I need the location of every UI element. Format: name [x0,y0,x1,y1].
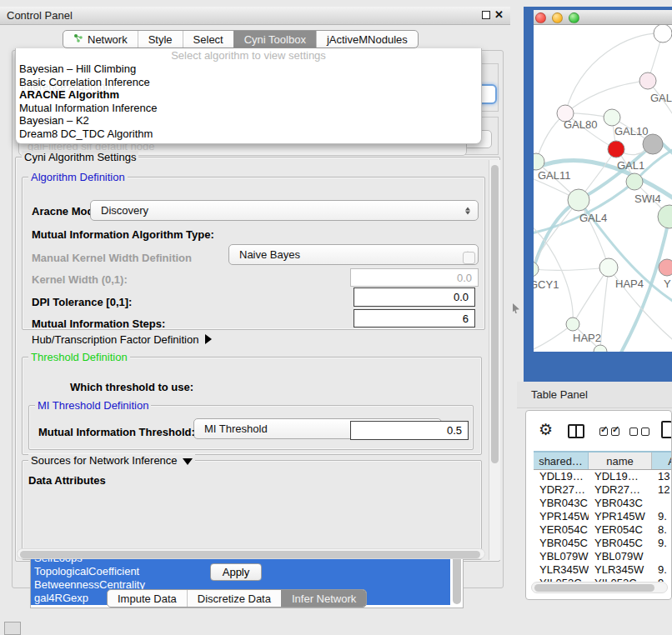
mi-threshold-group-title: MI Threshold Definition [35,399,151,412]
network-node[interactable] [659,259,672,276]
network-node[interactable] [658,205,672,228]
network-edge [565,81,648,113]
select-all-columns-button[interactable] [599,428,619,436]
network-edge [600,268,609,350]
table-row[interactable]: YER054CYER054C8. [534,523,672,537]
manual-kernel-checkbox[interactable] [463,252,475,264]
close-traffic-light[interactable] [535,12,546,23]
apply-button[interactable]: Apply [210,563,262,581]
minimize-traffic-light[interactable] [552,12,563,23]
bottom-tabbar: Impute Data Discretize Data Infer Networ… [107,589,367,608]
table-cell: YDR27… [534,483,589,497]
screen: Control Panel ✕ Network Style Select Cyn… [0,0,672,635]
dpi-tolerance-value: 0.0 [454,291,469,303]
column-header[interactable]: shared… [534,452,589,469]
network-node[interactable] [568,189,589,211]
network-node[interactable] [599,258,618,277]
network-node[interactable] [608,141,624,158]
mi-steps-label: Mutual Information Steps: [32,318,165,330]
dropdown-item[interactable]: Bayesian – K2 [16,114,481,128]
table-cell: YBR045C [534,537,589,550]
settings-vertical-scrollbar[interactable] [489,160,500,560]
table-cell: 9. [652,510,672,523]
network-node[interactable] [643,134,663,154]
data-attributes-label: Data Attributes [28,474,106,487]
network-node[interactable] [566,318,579,331]
table-cell: YDR27… [589,483,652,497]
mi-threshold-field[interactable]: 0.5 [350,421,469,440]
table-cell: 13 [652,470,672,483]
deselect-all-columns-button[interactable] [629,428,649,436]
network-node[interactable] [626,173,643,190]
mi-algorithm-type-select[interactable]: Naive Bayes [228,244,479,265]
ghost-inference-label: Inference Algorithm [21,80,114,92]
mi-steps-field[interactable]: 6 [354,309,475,328]
table-settings-button[interactable]: ⚙ [539,422,553,438]
column-layout-icon[interactable] [568,424,584,438]
network-node[interactable] [534,262,539,277]
tab-select[interactable]: Select [183,31,233,48]
maximize-traffic-light[interactable] [569,12,579,23]
dropdown-placeholder: Select algorithm to view settings [16,48,481,62]
aracne-mode-select[interactable]: Discovery [90,200,479,221]
table-cell: YDL19… [534,470,589,483]
table-cell: YLR345W [534,563,589,577]
mouse-cursor [513,303,519,313]
list-vertical-scrollbar[interactable] [453,554,461,604]
dropdown-item[interactable]: Bayesian – Hill Climbing [16,62,481,76]
tab-network[interactable]: Network [63,31,138,48]
tab-label: Impute Data [118,592,177,605]
kernel-width-field[interactable]: 0.0 [350,268,479,287]
minimized-panel-icon[interactable] [4,622,21,635]
table-row[interactable]: YBR043CYBR043C [534,497,672,510]
network-node[interactable] [604,109,620,126]
settings-horizontal-scrollbar[interactable] [17,548,485,559]
document-icon[interactable] [661,421,672,438]
table-cell: 8. [652,523,672,537]
close-icon[interactable]: ✕ [494,8,504,21]
column-header[interactable]: name [589,452,652,469]
hub-definition-expander[interactable]: Hub/Transcription Factor Definition [32,333,212,346]
dropdown-item[interactable]: Dream8 DC_TDC Algorithm [16,128,481,141]
control-panel-tabbar: Network Style Select Cyni Toolbox jActiv… [63,30,419,48]
table-row[interactable]: YDR27…YDR27…12 [534,483,672,497]
network-node[interactable] [654,25,672,42]
table-row[interactable]: YDL19…YDL19…13 [534,470,672,483]
unchecked-box-icon [641,428,649,436]
column-header[interactable]: A [652,452,672,469]
sources-group-title[interactable]: Sources for Network Inference [28,454,195,467]
dpi-tolerance-label: DPI Tolerance [0,1]: [32,296,132,308]
float-window-icon[interactable] [482,11,490,19]
kernel-width-value: 0.0 [457,272,472,284]
table-row[interactable]: YBR045CYBR045C9. [534,537,672,550]
tab-discretize-data[interactable]: Discretize Data [187,590,281,607]
table-row[interactable]: YPR145WYPR145W9. [534,510,672,523]
table-panel-header: Table Panel [517,382,672,408]
apply-button-label: Apply [223,566,250,578]
table-body: YDL19…YDL19…13YDR27…YDR27…12YBR043CYBR04… [534,470,672,582]
tab-impute-data[interactable]: Impute Data [108,590,187,607]
dropdown-item[interactable]: Mutual Information Inference [16,102,481,115]
table-row[interactable]: YBL079WYBL079W [534,550,672,563]
algorithm-dropdown-list: Bayesian – Hill ClimbingBasic Correlatio… [16,62,481,140]
table-cell: YDL19… [589,470,652,483]
tab-infer-network[interactable]: Infer Network [281,590,366,607]
network-node[interactable] [639,72,656,89]
which-threshold-label: Which threshold to use: [70,381,193,393]
table-cell: YBR043C [589,497,652,510]
tab-cyni-toolbox[interactable]: Cyni Toolbox [233,31,316,48]
network-icon [73,33,83,46]
network-window-titlebar[interactable] [534,10,672,25]
network-canvas[interactable]: GALGAL80GAL10GAL1GAL11SWI4GAL4GCY1HAP4YH… [534,25,672,352]
dpi-tolerance-field[interactable]: 0.0 [354,288,475,307]
settings-group-title: Cyni Algorithm Settings [22,151,138,163]
network-edge [534,268,609,270]
table-row[interactable]: YLR345WYLR345W9. [534,563,672,577]
network-node-label: HAP2 [573,332,601,344]
mi-type-value: Naive Bayes [239,248,300,261]
table-horizontal-scrollbar[interactable] [531,582,668,593]
aracne-mode-value: Discovery [101,204,148,217]
tab-jactivemnodules[interactable]: jActiveMNodules [316,31,418,48]
table-cell [652,550,672,563]
tab-style[interactable]: Style [138,31,183,48]
